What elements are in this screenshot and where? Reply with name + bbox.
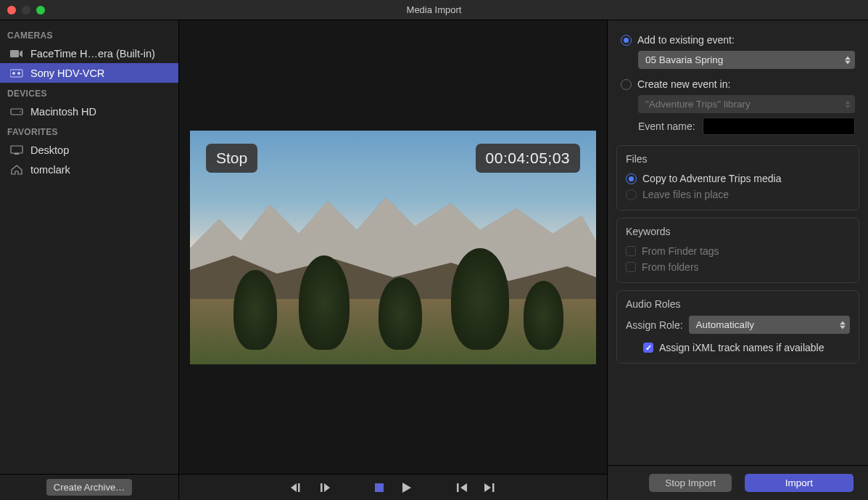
timecode-display: 00:04:05;03 — [476, 144, 580, 173]
camera-icon — [10, 49, 23, 59]
sidebar-item-macintosh-hd[interactable]: Macintosh HD — [0, 102, 178, 121]
sidebar-header-favorites: FAVORITES — [0, 121, 178, 140]
svg-rect-10 — [375, 483, 384, 492]
sidebar-item-label: FaceTime H…era (Built-in) — [30, 48, 155, 60]
add-to-existing-radio[interactable]: Add to existing event: — [621, 32, 855, 48]
sidebar-item-facetime[interactable]: FaceTime H…era (Built-in) — [0, 44, 178, 63]
keywords-section: Keywords From Finder tags From folders — [616, 218, 859, 283]
keywords-title: Keywords — [626, 226, 850, 237]
tree-graphic — [524, 281, 563, 350]
import-options-panel: Add to existing event: 05 Bavaria Spring… — [608, 20, 868, 500]
svg-rect-7 — [15, 153, 19, 155]
checkbox-on-icon — [643, 343, 653, 353]
svg-point-5 — [20, 111, 21, 112]
stop-button[interactable] — [372, 480, 387, 495]
assign-role-select[interactable]: Automatically — [689, 316, 850, 334]
audio-roles-title: Audio Roles — [626, 298, 850, 310]
preview-area: Stop 00:04:05;03 — [179, 20, 608, 500]
existing-event-select[interactable]: 05 Bavaria Spring — [638, 51, 855, 69]
copy-label: Copy to Adventure Trips media — [642, 173, 781, 184]
stop-import-button[interactable]: Stop Import — [649, 474, 732, 492]
svg-rect-9 — [321, 483, 323, 492]
add-to-existing-label: Add to existing event: — [637, 34, 735, 46]
svg-point-3 — [17, 72, 20, 75]
radio-off-icon — [621, 79, 632, 90]
stop-capture-button[interactable]: Stop — [206, 144, 257, 173]
chevron-updown-icon — [845, 100, 851, 108]
video-preview: Stop 00:04:05;03 — [190, 131, 596, 364]
leave-in-place-radio: Leave files in place — [626, 187, 850, 202]
assign-role-label: Assign Role: — [626, 319, 683, 331]
tape-icon — [10, 68, 23, 78]
next-clip-button[interactable] — [482, 480, 497, 495]
tree-graphic — [451, 248, 509, 350]
svg-rect-0 — [10, 50, 19, 57]
tree-graphic — [379, 277, 422, 350]
leave-label: Leave files in place — [642, 189, 729, 200]
sidebar-item-home[interactable]: tomclark — [0, 160, 178, 179]
sidebar-item-label: Macintosh HD — [30, 106, 96, 118]
titlebar: Media Import — [0, 0, 868, 20]
tree-graphic — [233, 270, 277, 350]
folders-label: From folders — [642, 261, 699, 273]
from-finder-checkbox: From Finder tags — [626, 243, 850, 259]
desktop-icon — [10, 145, 23, 155]
svg-rect-1 — [10, 70, 22, 77]
create-archive-button[interactable]: Create Archive… — [46, 479, 132, 496]
play-button[interactable] — [400, 480, 414, 495]
finder-label: From Finder tags — [642, 245, 719, 257]
import-button[interactable]: Import — [745, 474, 853, 492]
traffic-lights — [0, 6, 45, 15]
ixml-label: Assign iXML track names if available — [659, 342, 824, 353]
sidebar-item-label: tomclark — [30, 164, 70, 176]
prev-clip-button[interactable] — [455, 480, 469, 495]
window-title: Media Import — [0, 4, 868, 15]
minimize-window-button[interactable] — [22, 6, 30, 15]
chevron-updown-icon — [840, 321, 846, 329]
files-section: Files Copy to Adventure Trips media Leav… — [616, 145, 859, 210]
chevron-updown-icon — [845, 56, 851, 64]
create-new-event-radio[interactable]: Create new event in: — [621, 76, 855, 92]
copy-to-library-radio[interactable]: Copy to Adventure Trips media — [626, 171, 850, 187]
select-value: "Adventure Trips" library — [645, 99, 751, 110]
radio-disabled-icon — [626, 189, 637, 200]
radio-on-icon — [621, 35, 632, 46]
create-new-label: Create new event in: — [637, 78, 730, 90]
event-name-label: Event name: — [638, 120, 695, 132]
rewind-button[interactable] — [289, 480, 304, 495]
sidebar: CAMERAS FaceTime H…era (Built-in) Sony H… — [0, 20, 179, 500]
sidebar-item-sony-hdv[interactable]: Sony HDV-VCR — [0, 63, 178, 83]
files-title: Files — [626, 153, 850, 165]
zoom-window-button[interactable] — [36, 6, 45, 15]
svg-rect-12 — [492, 483, 495, 492]
sidebar-item-label: Sony HDV-VCR — [30, 67, 104, 79]
from-folders-checkbox: From folders — [626, 259, 850, 275]
close-window-button[interactable] — [7, 6, 16, 15]
svg-rect-8 — [298, 483, 300, 492]
tree-graphic — [299, 255, 350, 350]
select-value: Automatically — [696, 319, 754, 330]
select-value: 05 Bavaria Spring — [645, 54, 723, 65]
svg-point-2 — [12, 72, 15, 75]
new-event-library-select: "Adventure Trips" library — [638, 95, 855, 113]
fast-forward-button[interactable] — [317, 480, 331, 495]
svg-rect-6 — [11, 146, 22, 153]
sidebar-item-desktop[interactable]: Desktop — [0, 140, 178, 160]
audio-roles-section: Audio Roles Assign Role: Automatically A… — [616, 290, 859, 364]
svg-rect-11 — [457, 483, 459, 492]
sidebar-item-label: Desktop — [30, 144, 69, 156]
import-footer: Stop Import Import — [608, 465, 868, 500]
home-icon — [10, 165, 23, 175]
disk-icon — [10, 107, 23, 117]
assign-ixml-checkbox[interactable]: Assign iXML track names if available — [626, 340, 850, 356]
sidebar-header-cameras: CAMERAS — [0, 25, 178, 44]
checkbox-off-icon — [626, 262, 636, 272]
checkbox-off-icon — [626, 246, 636, 256]
transport-bar — [179, 474, 607, 500]
radio-on-icon — [626, 173, 637, 184]
sidebar-header-devices: DEVICES — [0, 83, 178, 102]
event-name-input[interactable] — [703, 118, 855, 135]
